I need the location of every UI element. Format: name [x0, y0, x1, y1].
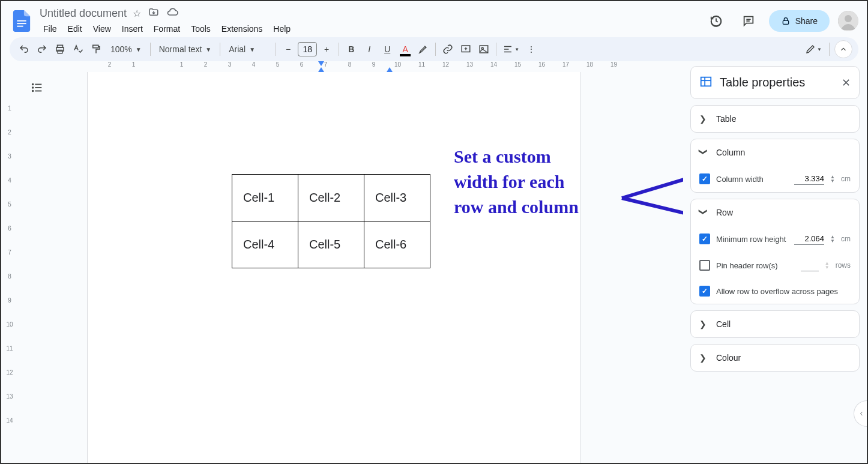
table-cell[interactable]: Cell-6 [364, 221, 430, 268]
menu-view[interactable]: View [88, 22, 116, 36]
move-icon[interactable] [148, 7, 159, 20]
ruler-tick: 2 [1, 120, 18, 144]
section-row-label: Row [716, 208, 733, 217]
text-color-button[interactable]: A [397, 41, 414, 58]
add-comment-button[interactable] [457, 41, 474, 58]
separator [276, 43, 276, 56]
highlight-button[interactable] [415, 41, 432, 58]
indent-marker[interactable] [318, 67, 324, 72]
share-button[interactable]: Share [769, 10, 830, 32]
ruler-tick: 16 [529, 61, 553, 68]
horizontal-ruler[interactable]: 2 1 1 2 3 4 5 6 7 8 9 10 11 12 13 14 15 … [19, 61, 683, 72]
svg-point-8 [845, 15, 852, 22]
cloud-status-icon[interactable] [166, 6, 178, 20]
menu-insert[interactable]: Insert [117, 22, 148, 36]
document-table[interactable]: Cell-1 Cell-2 Cell-3 Cell-4 Cell-5 Cell-… [232, 174, 430, 268]
caret-icon: ▼ [249, 46, 255, 53]
menu-extensions[interactable]: Extensions [217, 22, 267, 36]
table-icon [699, 75, 713, 90]
menu-tools[interactable]: Tools [186, 22, 215, 36]
spellcheck-button[interactable] [70, 41, 86, 58]
title-icons: ☆ [133, 6, 178, 20]
separator [496, 43, 496, 56]
docs-logo[interactable] [10, 9, 34, 33]
insert-image-button[interactable] [475, 41, 492, 58]
table-row[interactable]: Cell-4 Cell-5 Cell-6 [232, 221, 430, 268]
section-cell-header[interactable]: ❯ Cell [691, 311, 859, 337]
svg-point-22 [32, 84, 34, 85]
menu-bar: File Edit View Insert Format Tools Exten… [37, 22, 701, 36]
redo-button[interactable] [34, 41, 50, 58]
indent-marker[interactable] [318, 61, 324, 66]
section-colour-label: Colour [716, 353, 741, 363]
vertical-ruler[interactable]: 1 2 3 4 5 6 7 8 9 10 11 12 13 14 [1, 72, 18, 463]
pin-header-label: Pin header row(s) [716, 261, 795, 270]
section-cell-label: Cell [716, 319, 731, 329]
column-width-input[interactable] [794, 173, 824, 185]
align-button[interactable]: ▼ [500, 41, 522, 58]
font-size-decrease[interactable]: − [280, 41, 297, 58]
svg-rect-27 [701, 77, 711, 86]
indent-marker[interactable] [387, 67, 393, 72]
table-cell[interactable]: Cell-2 [298, 175, 364, 221]
section-column: ❯ Column ✓ Column width ▲▼ cm [690, 139, 860, 193]
underline-button[interactable]: U [379, 41, 396, 58]
ruler-tick: 1 [169, 61, 193, 68]
document-page[interactable]: Cell-1 Cell-2 Cell-3 Cell-4 Cell-5 Cell-… [88, 72, 580, 463]
style-value: Normal text [159, 44, 202, 54]
table-cell[interactable]: Cell-1 [232, 175, 298, 221]
outline-toggle-button[interactable] [28, 78, 47, 97]
font-select[interactable]: Arial▼ [224, 44, 272, 54]
chevron-right-icon: ❯ [699, 319, 708, 329]
header-right: Share [704, 9, 858, 33]
more-button[interactable]: ⋮ [523, 41, 540, 58]
comments-icon[interactable] [737, 9, 761, 33]
svg-rect-0 [17, 20, 26, 22]
document-scroll[interactable]: 1 2 3 4 5 6 7 8 9 10 11 12 13 14 [1, 72, 683, 463]
ruler-tick: 7 [1, 240, 18, 264]
section-table-header[interactable]: ❯ Table [691, 106, 859, 132]
font-size-increase[interactable]: + [318, 41, 335, 58]
table-cell[interactable]: Cell-4 [232, 221, 298, 268]
column-width-checkbox[interactable]: ✓ [699, 173, 710, 184]
column-width-stepper[interactable]: ▲▼ [830, 175, 835, 183]
bold-button[interactable]: B [343, 41, 360, 58]
separator [150, 43, 151, 56]
ruler-tick: 8 [1, 264, 18, 288]
italic-button[interactable]: I [361, 41, 378, 58]
menu-edit[interactable]: Edit [63, 22, 87, 36]
section-column-header[interactable]: ❯ Column [691, 139, 859, 166]
table-cell[interactable]: Cell-5 [298, 221, 364, 268]
table-cell[interactable]: Cell-3 [364, 175, 430, 221]
zoom-select[interactable]: 100%▼ [106, 44, 146, 54]
min-row-height-stepper[interactable]: ▲▼ [830, 235, 835, 243]
close-icon[interactable]: ✕ [842, 76, 851, 89]
doc-title[interactable]: Untitled document [40, 7, 127, 20]
insert-link-button[interactable] [439, 41, 456, 58]
last-edit-icon[interactable] [704, 9, 728, 33]
editing-mode-button[interactable]: ▼ [803, 41, 824, 58]
avatar[interactable] [838, 11, 858, 31]
min-row-height-input[interactable] [794, 233, 824, 245]
print-button[interactable] [52, 41, 68, 58]
menu-format[interactable]: Format [149, 22, 185, 36]
min-row-height-checkbox[interactable]: ✓ [699, 234, 710, 244]
menu-help[interactable]: Help [268, 22, 295, 36]
menu-file[interactable]: File [38, 22, 62, 36]
undo-button[interactable] [16, 41, 32, 58]
svg-rect-12 [93, 45, 98, 48]
style-select[interactable]: Normal text▼ [154, 44, 216, 54]
paint-format-button[interactable] [88, 41, 104, 58]
unit-label: rows [836, 261, 851, 270]
font-size-input[interactable]: 18 [298, 42, 317, 56]
side-panel-expand-button[interactable] [854, 400, 868, 427]
collapse-toolbar-button[interactable] [834, 40, 852, 58]
ruler-tick: 17 [553, 61, 577, 68]
table-row[interactable]: Cell-1 Cell-2 Cell-3 [232, 175, 430, 221]
section-row-header[interactable]: ❯ Row [691, 199, 859, 226]
overflow-checkbox[interactable]: ✓ [699, 286, 710, 297]
pin-header-checkbox[interactable] [699, 260, 710, 271]
star-icon[interactable]: ☆ [133, 8, 141, 19]
zoom-value: 100% [110, 44, 132, 54]
section-colour-header[interactable]: ❯ Colour [691, 345, 859, 371]
